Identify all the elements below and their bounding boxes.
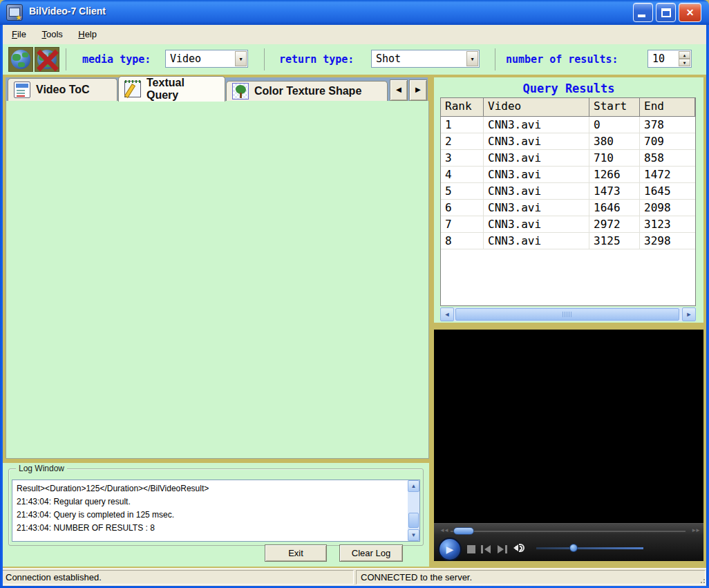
menu-item-tools[interactable]: Tools [35, 25, 68, 44]
log-line: Result><Duration>125</Duration></BilVide… [17, 482, 415, 495]
log-line: 21:43:04: Query is completed in 125 msec… [17, 509, 415, 522]
table-row[interactable]: 1CNN3.avi0378 [441, 117, 695, 133]
clear-log-button[interactable]: Clear Log [339, 544, 403, 562]
table-row[interactable]: 5CNN3.avi14731645 [441, 183, 695, 200]
red-x-icon [36, 48, 59, 72]
chevron-down-icon[interactable]: ▼ [466, 51, 478, 66]
tab-scroll-left-button[interactable]: ◄ [390, 79, 408, 101]
video-player[interactable]: ◄◄ ►► ▶ [434, 330, 703, 561]
query-results-title: Query Results [434, 82, 703, 95]
tab-label: Video ToC [36, 84, 90, 96]
close-button[interactable]: ✕ [679, 3, 701, 22]
column-header-rank[interactable]: Rank [441, 98, 484, 116]
video-screen [434, 330, 703, 523]
table-row[interactable]: 8CNN3.avi31253298 [441, 233, 695, 249]
menu-item-help[interactable]: Help [72, 25, 103, 44]
query-results-panel: Query Results Rank Video Start End 1CNN3… [434, 77, 703, 323]
maximize-icon [661, 8, 671, 17]
textual-query-page [6, 101, 429, 459]
log-vscrollbar[interactable]: ▲ ▼ [408, 480, 419, 541]
exit-button[interactable]: Exit [265, 544, 327, 562]
fastforward-icon[interactable]: ►► [691, 527, 699, 533]
table-header-row: Rank Video Start End [441, 98, 695, 117]
app-icon [6, 4, 23, 21]
video-toc-icon [14, 82, 30, 98]
connect-button[interactable] [8, 47, 33, 72]
minimize-button[interactable] [633, 3, 653, 22]
maximize-button[interactable] [656, 3, 676, 22]
tab-textual-query[interactable]: Textual Query [118, 76, 225, 102]
return-type-select[interactable]: Shot ▼ [371, 50, 480, 68]
tab-video-toc[interactable]: Video ToC [8, 78, 117, 101]
hscroll-left-button[interactable]: ◄ [440, 307, 454, 321]
num-results-spinner[interactable]: 10 ▲ ▼ [647, 50, 692, 68]
toolbar-separator [264, 48, 265, 70]
toolbar-separator [66, 48, 66, 70]
media-type-select[interactable]: Video ▼ [165, 50, 248, 68]
column-header-start[interactable]: Start [589, 98, 640, 116]
tab-color-texture-shape[interactable]: Color Texture Shape [226, 81, 388, 101]
toolbar-separator [495, 48, 495, 70]
num-results-value: 10 [652, 53, 665, 65]
minimize-icon [638, 15, 645, 17]
color-texture-shape-icon [232, 83, 249, 99]
previous-icon [481, 545, 483, 553]
media-type-label: media type: [82, 50, 151, 68]
log-line: 21:43:04: Regular query result. [17, 495, 415, 509]
column-header-end[interactable]: End [640, 98, 695, 116]
seek-track[interactable] [451, 531, 686, 532]
vscroll-down-button[interactable]: ▼ [408, 529, 419, 541]
status-right: CONNECTED to the server. [356, 570, 706, 585]
status-bar: Connection established. CONNECTED to the… [0, 568, 709, 586]
close-icon: ✕ [686, 7, 694, 18]
log-line: 21:43:04: NUMBER OF RESULTS : 8 [17, 522, 415, 535]
return-type-value: Shot [376, 53, 401, 65]
mute-button[interactable] [516, 544, 524, 552]
spin-down-button[interactable]: ▼ [679, 59, 690, 66]
next-button[interactable] [498, 545, 507, 553]
vscroll-up-button[interactable]: ▲ [408, 480, 419, 492]
media-type-value: Video [170, 53, 201, 65]
table-row[interactable]: 3CNN3.avi710858 [441, 150, 695, 167]
volume-thumb[interactable] [569, 544, 578, 552]
tab-label: Color Texture Shape [254, 85, 361, 97]
previous-button[interactable] [481, 545, 491, 553]
column-header-video[interactable]: Video [484, 98, 589, 116]
table-row[interactable]: 7CNN3.avi29723123 [441, 216, 695, 233]
results-hscrollbar[interactable]: ◄ ► [440, 307, 696, 321]
results-table[interactable]: Rank Video Start End 1CNN3.avi0378 2CNN3… [440, 97, 696, 306]
toolbar: media type: Video ▼ return type: Shot ▼ … [3, 44, 706, 75]
play-button[interactable]: ▶ [438, 538, 462, 561]
num-results-label: number of results: [506, 50, 618, 68]
menu-bar: File Tools Help [3, 25, 706, 44]
title-bar[interactable]: BilVideo-7 Client ✕ [0, 0, 709, 25]
player-controls: ◄◄ ►► ▶ [434, 523, 703, 561]
log-panel: Log Window Result><Duration>125</Duratio… [3, 463, 429, 567]
status-left: Connection established. [1, 570, 354, 585]
table-row[interactable]: 4CNN3.avi12661472 [441, 167, 695, 183]
window-border-right [706, 21, 709, 588]
tab-scroll-right-button[interactable]: ► [409, 79, 427, 101]
groupbox-title: Log Window [16, 464, 67, 473]
volume-track[interactable] [536, 547, 643, 549]
hscroll-right-button[interactable]: ► [682, 307, 696, 321]
globe-icon [11, 50, 30, 69]
scrollbar-thumb[interactable] [408, 513, 419, 528]
table-row[interactable]: 6CNN3.avi16462098 [441, 200, 695, 216]
stop-button[interactable] [467, 545, 475, 553]
seek-thumb[interactable] [453, 527, 474, 535]
return-type-label: return type: [279, 50, 354, 68]
scrollbar-thumb[interactable] [455, 308, 679, 321]
tab-label: Textual Query [146, 77, 219, 102]
spin-up-button[interactable]: ▲ [679, 51, 690, 59]
play-icon: ▶ [446, 544, 454, 555]
menu-item-file[interactable]: File [6, 25, 32, 44]
log-textarea[interactable]: Result><Duration>125</Duration></BilVide… [12, 480, 420, 542]
thumb-grip [563, 312, 572, 317]
disconnect-button[interactable] [35, 47, 59, 72]
rewind-icon[interactable]: ◄◄ [439, 527, 448, 533]
chevron-down-icon[interactable]: ▼ [235, 51, 247, 66]
window-title: BilVideo-7 Client [29, 6, 106, 17]
window-border-left [0, 21, 3, 588]
table-row[interactable]: 2CNN3.avi380709 [441, 133, 695, 150]
